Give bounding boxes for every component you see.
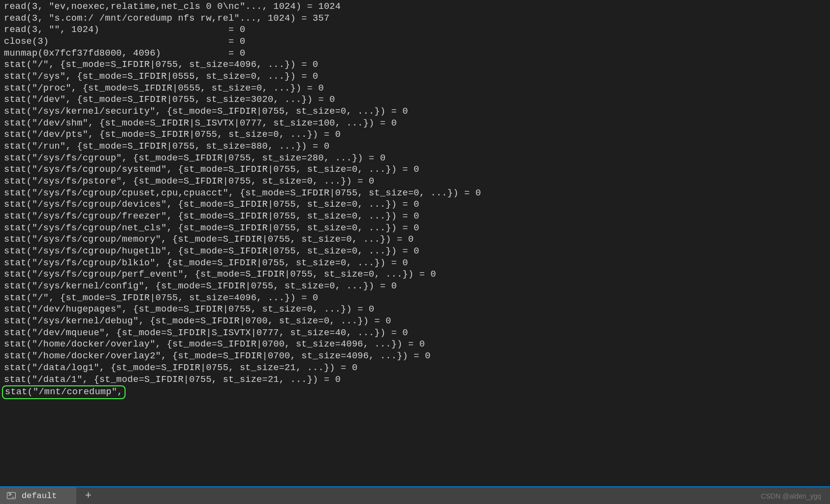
terminal-line: stat("/sys", {st_mode=S_IFDIR|0555, st_s… [4,71,826,83]
terminal-output[interactable]: read(3, "ev,noexec,relatime,net_cls 0 0\… [0,0,830,486]
terminal-line: stat("/run", {st_mode=S_IFDIR|0755, st_s… [4,141,826,153]
watermark: CSDN @alden_ygq [761,492,821,500]
terminal-line: stat("/sys/fs/cgroup/memory", {st_mode=S… [4,234,826,246]
terminal-line: stat("/data/log1", {st_mode=S_IFDIR|0755… [4,362,826,374]
terminal-line: stat("/sys/kernel/config", {st_mode=S_IF… [4,281,826,292]
terminal-line: stat("/sys/kernel/security", {st_mode=S_… [4,106,826,118]
terminal-line: stat("/sys/fs/cgroup/net_cls", {st_mode=… [4,222,826,234]
highlight-annotation: stat("/mnt/coredump", [2,385,126,399]
terminal-line: stat("/data/1", {st_mode=S_IFDIR|0755, s… [4,374,826,386]
terminal-line: stat("/dev/hugepages", {st_mode=S_IFDIR|… [4,304,826,315]
new-tab-button[interactable]: + [76,487,100,504]
terminal-line: stat("/sys/fs/cgroup/perf_event", {st_mo… [4,269,826,281]
terminal-line: stat("/sys/fs/cgroup/blkio", {st_mode=S_… [4,257,826,269]
terminal-line: stat("/sys/kernel/debug", {st_mode=S_IFD… [4,315,826,327]
terminal-line: stat("/proc", {st_mode=S_IFDIR|0555, st_… [4,83,826,94]
terminal-line: munmap(0x7fcf37fd8000, 4096) = 0 [4,48,826,60]
terminal-line: stat("/", {st_mode=S_IFDIR|0755, st_size… [4,292,826,304]
terminal-line: stat("/sys/fs/cgroup/systemd", {st_mode=… [4,164,826,176]
tab-default[interactable]: default [0,487,76,504]
terminal-line: stat("/sys/fs/cgroup/hugetlb", {st_mode=… [4,246,826,257]
terminal-line: stat("/sys/fs/cgroup", {st_mode=S_IFDIR|… [4,153,826,164]
terminal-line: stat("/sys/fs/cgroup/devices", {st_mode=… [4,199,826,211]
terminal-line: stat("/dev", {st_mode=S_IFDIR|0755, st_s… [4,94,826,106]
terminal-line: stat("/home/docker/overlay", {st_mode=S_… [4,339,826,350]
terminal-line: read(3, "", 1024) = 0 [4,24,826,36]
terminal-icon [7,492,16,499]
terminal-line: stat("/", {st_mode=S_IFDIR|0755, st_size… [4,59,826,71]
terminal-line-highlighted: stat("/mnt/coredump", [4,385,826,399]
terminal-line: stat("/home/docker/overlay2", {st_mode=S… [4,350,826,362]
terminal-line: close(3) = 0 [4,36,826,48]
terminal-line: stat("/dev/shm", {st_mode=S_IFDIR|S_ISVT… [4,118,826,129]
tab-label: default [22,491,57,501]
terminal-line: stat("/sys/fs/cgroup/freezer", {st_mode=… [4,211,826,222]
terminal-line: stat("/sys/fs/cgroup/cpuset,cpu,cpuacct"… [4,188,826,199]
terminal-line: read(3, "s.com:/ /mnt/coredump nfs rw,re… [4,13,826,25]
terminal-line: stat("/sys/fs/pstore", {st_mode=S_IFDIR|… [4,176,826,188]
terminal-line: stat("/dev/pts", {st_mode=S_IFDIR|0755, … [4,129,826,141]
terminal-line: read(3, "ev,noexec,relatime,net_cls 0 0\… [4,1,826,13]
terminal-line: stat("/dev/mqueue", {st_mode=S_IFDIR|S_I… [4,327,826,339]
tab-bar: default + CSDN @alden_ygq [0,486,830,504]
